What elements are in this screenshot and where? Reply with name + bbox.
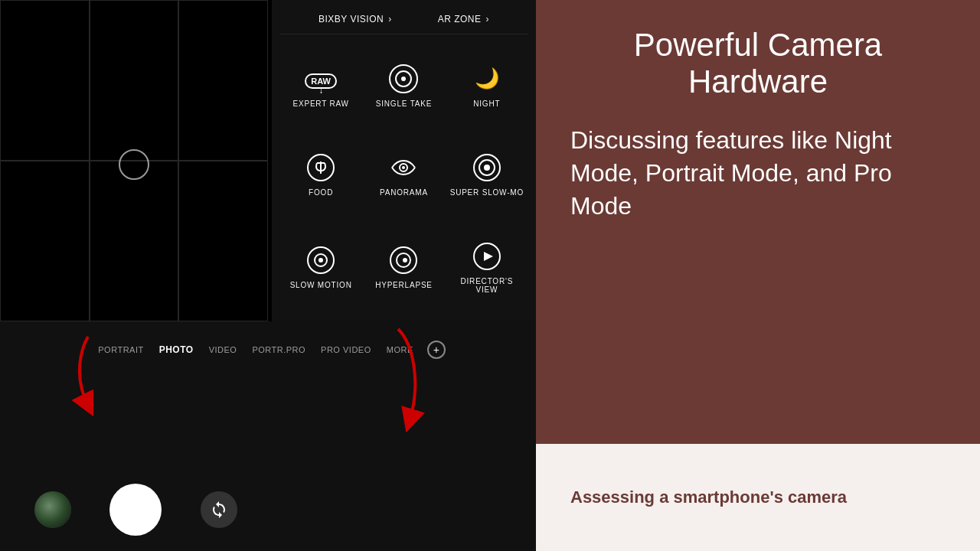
camera-mode-menu: BIXBY VISION › AR ZONE › RAW ↓ EXPERT RA… bbox=[272, 0, 536, 321]
bixby-chevron-icon: › bbox=[388, 14, 392, 24]
camera-modes-grid: RAW ↓ EXPERT RAW bbox=[279, 34, 528, 321]
grid-cell bbox=[90, 0, 179, 161]
svg-point-10 bbox=[318, 258, 323, 262]
tab-portrait-pro[interactable]: PORTR.PRO bbox=[244, 342, 313, 357]
mode-directors-view[interactable]: DIRECTOR'S VIEW bbox=[446, 218, 528, 315]
night-label: NIGHT bbox=[473, 99, 500, 108]
arrow-to-more bbox=[375, 321, 452, 436]
ar-zone-label: AR ZONE bbox=[438, 14, 482, 24]
ar-zone-chevron-icon: › bbox=[486, 14, 490, 24]
panorama-icon bbox=[387, 152, 420, 184]
slow-motion-label: SLOW MOTION bbox=[290, 281, 352, 289]
bixby-vision-label: BIXBY VISION bbox=[318, 14, 384, 24]
right-top-section: Powerful Camera Hardware Discussing feat… bbox=[536, 0, 980, 444]
hyperlapse-label: HYPERLAPSE bbox=[375, 281, 433, 289]
single-take-label: SINGLE TAKE bbox=[376, 99, 432, 108]
svg-marker-15 bbox=[484, 252, 493, 261]
mode-super-slow-mo[interactable]: SUPER SLOW-MO bbox=[446, 129, 528, 218]
mode-expert-raw[interactable]: RAW ↓ EXPERT RAW bbox=[279, 41, 362, 129]
page-description: Discussing features like Night Mode, Por… bbox=[570, 124, 946, 223]
tab-pro-video[interactable]: PRO VIDEO bbox=[313, 342, 379, 357]
camera-actions bbox=[0, 484, 272, 536]
shutter-button[interactable] bbox=[109, 484, 162, 536]
food-label: FOOD bbox=[309, 188, 333, 197]
camera-panel: BIXBY VISION › AR ZONE › RAW ↓ EXPERT RA… bbox=[0, 0, 536, 551]
svg-point-4 bbox=[402, 166, 405, 169]
grid-cell bbox=[0, 0, 90, 161]
slow-motion-icon bbox=[305, 244, 337, 276]
grid-cell bbox=[178, 0, 268, 161]
tab-video[interactable]: VIDEO bbox=[201, 342, 245, 357]
mode-food[interactable]: FOOD bbox=[279, 129, 362, 218]
svg-point-7 bbox=[484, 165, 490, 171]
grid-cell bbox=[178, 161, 268, 321]
camera-focus-circle bbox=[119, 149, 149, 180]
hyperlapse-icon bbox=[387, 244, 420, 276]
ar-zone-button[interactable]: AR ZONE › bbox=[438, 14, 489, 24]
grid-cell bbox=[0, 161, 90, 321]
directors-view-label: DIRECTOR'S VIEW bbox=[450, 277, 524, 294]
super-slow-mo-label: SUPER SLOW-MO bbox=[450, 188, 524, 197]
gallery-thumbnail[interactable] bbox=[34, 491, 71, 528]
mode-night[interactable]: 🌙 NIGHT bbox=[446, 41, 528, 129]
mode-hyperlapse[interactable]: HYPERLAPSE bbox=[362, 218, 445, 315]
single-take-icon bbox=[387, 63, 420, 95]
bottom-tagline: Assessing a smartphone's camera bbox=[570, 487, 847, 507]
right-panel: Powerful Camera Hardware Discussing feat… bbox=[536, 0, 980, 551]
tab-photo[interactable]: PHOTO bbox=[152, 341, 201, 358]
directors-view-icon bbox=[471, 240, 503, 272]
super-slow-mo-icon bbox=[471, 152, 503, 184]
thumbnail-image bbox=[34, 491, 71, 528]
page-title: Powerful Camera Hardware bbox=[570, 27, 946, 101]
bixby-vision-button[interactable]: BIXBY VISION › bbox=[318, 14, 392, 24]
grid-cell bbox=[90, 161, 179, 321]
night-icon: 🌙 bbox=[471, 63, 503, 95]
expert-raw-label: EXPERT RAW bbox=[292, 99, 348, 108]
food-icon bbox=[305, 152, 337, 184]
arrow-to-photo bbox=[46, 329, 107, 421]
svg-point-13 bbox=[403, 258, 407, 262]
right-bottom-section: Assessing a smartphone's camera bbox=[536, 444, 980, 551]
mode-single-take[interactable]: SINGLE TAKE bbox=[362, 41, 445, 129]
mode-panorama[interactable]: PANORAMA bbox=[362, 129, 445, 218]
mode-slow-motion[interactable]: SLOW MOTION bbox=[279, 218, 362, 315]
panorama-label: PANORAMA bbox=[380, 188, 428, 197]
camera-topbar: BIXBY VISION › AR ZONE › bbox=[279, 0, 528, 34]
flip-camera-button[interactable] bbox=[201, 491, 237, 528]
expert-raw-icon: RAW ↓ bbox=[305, 63, 337, 95]
